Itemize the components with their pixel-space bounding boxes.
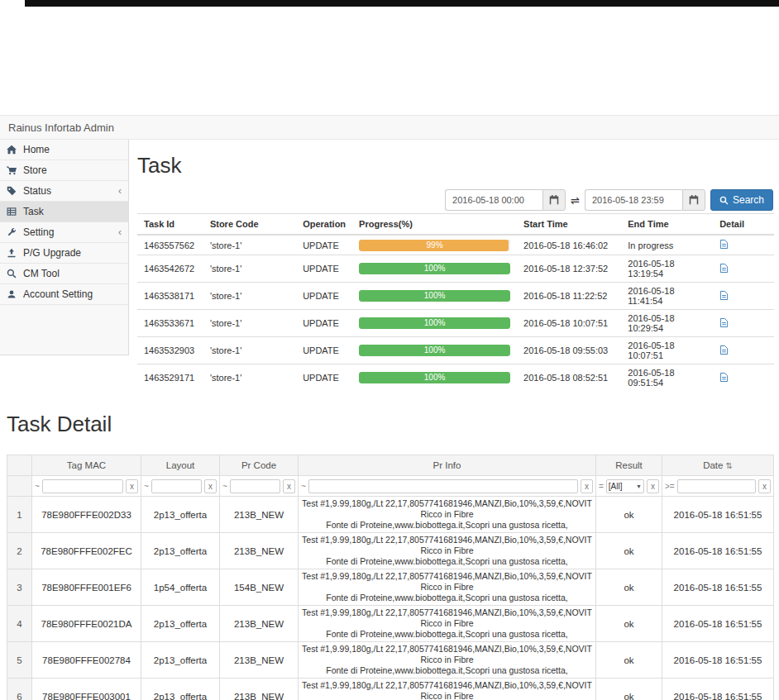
wrench-icon xyxy=(7,227,17,237)
tag-mac-cell: 78E980FFFE002D33 xyxy=(32,497,141,533)
brand-title[interactable]: Rainus Infortab Admin xyxy=(8,121,114,134)
progress-cell: 100% xyxy=(352,255,517,283)
result-cell: ok xyxy=(596,679,662,700)
date-from-input[interactable] xyxy=(445,189,542,211)
col-header-date[interactable]: Date⇅ xyxy=(662,455,774,476)
date-cell: 2016-05-18 16:51:55 xyxy=(662,569,774,606)
tag-mac-filter-input[interactable] xyxy=(42,479,123,493)
pr-info-filter-input[interactable] xyxy=(308,479,578,493)
sidebar-item-account-setting[interactable]: Account Setting xyxy=(0,284,128,305)
pr-info-line: Fonte di Proteine,www.biobottega.it,Scop… xyxy=(300,629,594,640)
pr-code-cell: 213B_NEW xyxy=(220,679,299,700)
result-cell: ok xyxy=(596,497,662,533)
layout-filter-input[interactable] xyxy=(151,479,202,493)
detail-file-icon[interactable] xyxy=(719,290,729,301)
store-code-cell: 'store-1' xyxy=(203,310,296,337)
pr-info-line: Fonte di Proteine,www.biobottega.it,Scop… xyxy=(300,520,594,531)
end-time-cell: 2016-05-18 09:51:54 xyxy=(621,364,713,392)
task-id-cell: 1463557562 xyxy=(137,235,203,255)
pr-code-filter-input[interactable] xyxy=(230,479,280,493)
detail-row: 1 78E980FFFE002D33 2p13_offerta 213B_NEW… xyxy=(7,497,774,533)
col-header-end-time: End Time xyxy=(621,214,713,236)
sidebar-item-cm-tool[interactable]: CM Tool xyxy=(0,264,128,284)
date-to-group xyxy=(585,189,705,211)
col-header-detail: Detail xyxy=(713,214,774,236)
task-row: 1463532903 'store-1' UPDATE 100% 2016-05… xyxy=(137,337,774,364)
calendar-icon[interactable] xyxy=(682,189,705,211)
end-time-cell: In progress xyxy=(621,235,713,255)
col-header-tag-mac[interactable]: Tag MAC xyxy=(32,455,141,476)
detail-file-icon[interactable] xyxy=(719,263,729,274)
col-header-layout[interactable]: Layout xyxy=(141,455,220,476)
index-filter-cell xyxy=(7,476,32,497)
pr-code-cell: 154B_NEW xyxy=(220,569,299,606)
layout-filter-clear-button[interactable]: x xyxy=(204,479,217,493)
sidebar-item-task[interactable]: Task xyxy=(0,202,128,222)
window-top-bar xyxy=(25,0,779,7)
pr-info-line: Fonte di Proteine,www.biobottega.it,Scop… xyxy=(300,556,594,567)
chevron-left-icon: ‹ xyxy=(118,186,122,196)
tag-mac-cell: 78E980FFFE003001 xyxy=(32,679,141,700)
sidebar-item-setting[interactable]: Setting ‹ xyxy=(0,222,128,243)
pr-info-line: Ricco in Fibre xyxy=(300,582,594,593)
end-time-cell: 2016-05-18 11:41:54 xyxy=(621,283,713,310)
end-time-cell: 2016-05-18 13:19:54 xyxy=(621,255,713,283)
col-header-pr-code[interactable]: Pr Code xyxy=(220,455,299,476)
detail-file-icon[interactable] xyxy=(719,372,729,383)
operation-cell: UPDATE xyxy=(296,337,352,364)
detail-file-icon[interactable] xyxy=(719,239,729,250)
date-filter-input[interactable] xyxy=(677,479,756,493)
pr-code-filter-clear-button[interactable]: x xyxy=(283,479,295,493)
pr-info-filter-clear-button[interactable]: x xyxy=(581,479,593,493)
sidebar-item-status[interactable]: Status ‹ xyxy=(0,181,128,202)
calendar-icon[interactable] xyxy=(542,189,566,211)
start-time-cell: 2016-05-18 08:52:51 xyxy=(517,364,621,392)
store-code-cell: 'store-1' xyxy=(203,235,296,255)
tag-mac-cell: 78E980FFFE0021DA xyxy=(32,606,141,642)
upload-icon xyxy=(7,248,17,258)
search-icon xyxy=(7,269,17,279)
detail-row: 5 78E980FFFE002784 2p13_offerta 213B_NEW… xyxy=(7,642,774,679)
store-code-cell: 'store-1' xyxy=(203,255,296,283)
detail-file-icon[interactable] xyxy=(719,345,729,355)
sidebar-item-pg-upgrade[interactable]: P/G Upgrade xyxy=(0,243,128,264)
result-cell: ok xyxy=(596,606,662,642)
search-button[interactable]: Search xyxy=(710,189,773,211)
start-time-cell: 2016-05-18 12:37:52 xyxy=(517,255,621,283)
sidebar-item-store[interactable]: Store xyxy=(0,160,128,181)
task-id-cell: 1463532903 xyxy=(137,337,203,364)
date-filter-cell: >= x xyxy=(662,476,774,497)
task-table: Task Id Store Code Operation Progress(%)… xyxy=(137,213,774,391)
detail-cell xyxy=(713,364,774,392)
operation-cell: UPDATE xyxy=(296,310,352,337)
date-filter-clear-button[interactable]: x xyxy=(758,479,771,493)
pr-info-line: Test #1,9.99,180g,/Lt 22,17,805774168194… xyxy=(300,644,594,655)
sidebar-item-label: Store xyxy=(23,164,47,176)
sidebar-item-home[interactable]: Home xyxy=(0,140,128,160)
pr-info-line: Test #1,9.99,180g,/Lt 22,17,805774168194… xyxy=(300,607,594,618)
col-header-result[interactable]: Result xyxy=(596,455,662,476)
result-filter-clear-button[interactable]: x xyxy=(647,479,659,493)
task-row: 1463557562 'store-1' UPDATE 99% 2016-05-… xyxy=(137,235,774,255)
progress-cell: 100% xyxy=(352,283,517,310)
pr-info-cell: Test #1,9.99,180g,/Lt 22,17,805774168194… xyxy=(299,642,596,679)
equals-op-label: = xyxy=(599,482,604,491)
gte-op-label: >= xyxy=(665,482,675,491)
task-table-header-row: Task Id Store Code Operation Progress(%)… xyxy=(137,214,774,236)
contains-op-label: ~ xyxy=(301,482,306,491)
task-id-cell: 1463542672 xyxy=(137,255,203,283)
row-index-cell: 3 xyxy=(7,569,32,606)
progress-bar: 100% xyxy=(359,372,510,383)
date-range-controls: ⇌ Search xyxy=(445,189,773,211)
col-header-pr-info[interactable]: Pr Info xyxy=(299,455,596,476)
result-filter-select[interactable]: [All] ▼ xyxy=(606,479,644,493)
col-header-progress: Progress(%) xyxy=(352,214,517,236)
pr-code-cell: 213B_NEW xyxy=(220,497,299,533)
operation-cell: UPDATE xyxy=(296,235,352,255)
detail-header-row: Tag MAC Layout Pr Code Pr Info Result Da… xyxy=(7,455,774,476)
detail-file-icon[interactable] xyxy=(719,317,729,328)
tag-mac-filter-clear-button[interactable]: x xyxy=(126,479,138,493)
sort-icon: ⇅ xyxy=(725,461,732,470)
date-to-input[interactable] xyxy=(585,189,682,211)
tag-mac-cell: 78E980FFFE002FEC xyxy=(32,533,141,569)
